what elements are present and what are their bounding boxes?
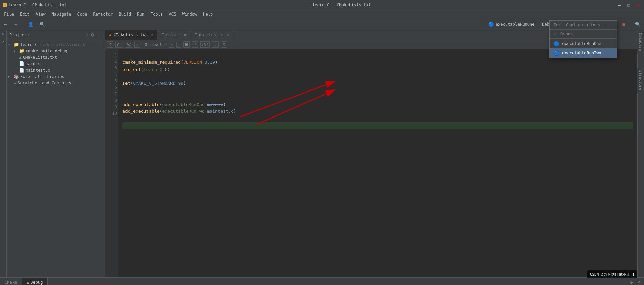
close-button[interactable]: ✕ [636, 2, 641, 8]
menu-bar: File Edit View Navigate Code Refactor Bu… [0, 10, 644, 18]
bottom-toolbar-right: ⚙ ✕ [629, 278, 644, 285]
tab-icon-cmakelists: ▲ [109, 32, 111, 37]
left-vertical-icons: P S [0, 30, 7, 277]
tree-arrow-cmake-build: ▶ [14, 49, 18, 53]
code-content[interactable]: cmake_minimum_required(VERSION 3.19) pro… [118, 49, 637, 277]
menu-refactor[interactable]: Refactor [90, 11, 115, 17]
tab-mainc[interactable]: C main.c ✕ [157, 30, 190, 40]
tree-arrow-extlibs: ▶ [8, 75, 12, 78]
maximize-button[interactable]: ❐ [626, 2, 631, 8]
tree-item-extlibs[interactable]: ▶ 📚 External Libraries [7, 73, 105, 80]
watermark: CSDN @力不到!!戒不止!! [587, 270, 637, 278]
search-filter-btn[interactable]: ▽ [221, 41, 227, 48]
menu-build[interactable]: Build [116, 11, 134, 17]
search-regex-btn[interactable]: .* [134, 42, 140, 48]
results-count: 0 results [145, 42, 167, 47]
dropdown-edit-configs[interactable]: Edit Configurations... [550, 21, 617, 30]
menu-edit[interactable]: Edit [17, 11, 32, 17]
app-icon: 🅲 [3, 3, 7, 7]
title-bar-right: — ❐ ✕ [617, 2, 641, 8]
sidebar-filter-button[interactable]: ⚙ [90, 32, 95, 38]
menu-tools[interactable]: Tools [148, 11, 165, 17]
tab-close-cmakelists[interactable]: ✕ [151, 33, 153, 36]
dropdown-item-executablerunone[interactable]: 🔵 executableRunOne [550, 39, 617, 48]
sidebar-collapse-button[interactable]: — [96, 32, 102, 38]
bottom-close-btn[interactable]: ✕ [636, 279, 641, 285]
tree-label-mainc: main.c [26, 61, 40, 66]
search-replace-all-btn[interactable]: ⇄⇄ [200, 41, 210, 48]
debug-checkmark: ✓ [554, 32, 558, 36]
search-word-btn[interactable]: W [125, 42, 132, 48]
sidebar-toolbar: ≡ ⚙ — [85, 32, 102, 38]
tree-icon-mainc: 📄 [19, 61, 24, 66]
debug-tab-label: Debug [30, 280, 43, 285]
nav-forward-button[interactable]: → [12, 20, 20, 28]
tree-item-cmake-build[interactable]: ▶ 📁 cmake-build-debug [7, 48, 105, 54]
project-icon[interactable]: P [0, 32, 6, 37]
minimize-button[interactable]: — [617, 2, 622, 8]
search-next-btn[interactable]: ↓ [176, 42, 182, 48]
project-button[interactable]: 👤 [26, 20, 36, 28]
search-multiline-btn[interactable]: ⊞ [183, 41, 190, 48]
toolbar: ← → 👤 🔍 🔵 executableRunOne | Debug ▾ ▶ 🐛… [0, 18, 644, 30]
search-button[interactable]: 🔍 [633, 20, 643, 28]
structure-icon[interactable]: S [0, 40, 6, 45]
run-config-dropdown[interactable]: Edit Configurations... ✓ Debug 🔵 executa… [549, 20, 617, 58]
exec-one-icon: 🔵 [554, 41, 559, 46]
tree-item-root[interactable]: ▾ 📁 learn C F:\C Project\learn C [7, 41, 105, 48]
tree-item-mainc[interactable]: 📄 main.c [7, 60, 105, 67]
line-1: cmake_minimum_required(VERSION 3.19) [122, 60, 218, 65]
database-tab[interactable]: Database [637, 30, 644, 54]
title-bar: 🅲 learn C – CMakeLists.txt learn_C – CMa… [0, 0, 644, 10]
tab-icon-maintestc: C [194, 33, 197, 37]
search-prev-btn[interactable]: ↑ [169, 42, 174, 48]
title-bar-left: 🅲 learn C – CMakeLists.txt [3, 3, 67, 7]
menu-navigate[interactable]: Navigate [49, 11, 74, 17]
tab-close-maintestc[interactable]: ✕ [227, 33, 229, 37]
search-settings-btn[interactable]: ⋮ [212, 41, 219, 48]
bottom-tab-cmake[interactable]: CMake [0, 278, 22, 285]
toolbar-sep-1 [23, 21, 23, 28]
run-config-icon: 🔵 [488, 22, 494, 27]
tab-maintestc[interactable]: C maintest.c ✕ [190, 30, 233, 40]
sidebar-sort-button[interactable]: ≡ [85, 32, 89, 38]
exec-one-label: executableRunOne [562, 41, 601, 46]
search-everywhere-button[interactable]: 🔍 [37, 20, 47, 28]
dropdown-item-executableruntwo[interactable]: 🔵 executableRunTwo [550, 48, 617, 58]
search-replace-btn[interactable]: ⇄ [192, 41, 198, 48]
tree-path-root: F:\C Project\learn C [40, 42, 85, 47]
menu-code[interactable]: Code [75, 11, 90, 17]
structure-tab[interactable]: Structure [637, 68, 644, 93]
title-sep: – [28, 3, 30, 7]
stop-button[interactable]: ■ [620, 20, 627, 28]
line-4: set(CMAKE_C_STANDARD 99) [122, 81, 186, 86]
nav-back-button[interactable]: ← [1, 20, 10, 28]
menu-file[interactable]: File [1, 11, 17, 17]
menu-help[interactable]: Help [200, 11, 215, 17]
bottom-settings-btn[interactable]: ⚙ [629, 279, 635, 285]
tree-item-maintestc[interactable]: 📄 maintest.c [7, 67, 105, 73]
code-editor[interactable]: 1 2 3 4 5 6 7 8 9 10 cmake_minimum_requi… [105, 49, 637, 277]
tab-icon-mainc: C [161, 33, 164, 37]
tree-item-scratches[interactable]: ✏ Scratches and Consoles [7, 80, 105, 86]
search-refresh-btn[interactable]: ↺ [107, 41, 113, 48]
tree-icon-root: 📁 [14, 42, 19, 47]
bottom-tab-debug[interactable]: ▲ Debug [22, 278, 48, 285]
menu-view[interactable]: View [33, 11, 48, 17]
menu-window[interactable]: Window [180, 11, 200, 17]
tree-item-cmakelists[interactable]: ▲ CMakeLists.txt [7, 54, 105, 60]
search-case-btn[interactable]: Cc [115, 42, 123, 48]
tree-label-cmakelists: CMakeLists.txt [23, 55, 57, 60]
line-7: add_executable(executableRunOne main.c) [122, 102, 226, 107]
tree-arrow-root: ▾ [8, 43, 12, 46]
line-8: add_executable(executableRunTwo maintest… [122, 109, 236, 114]
menu-run[interactable]: Run [134, 11, 147, 17]
bottom-tabs: CMake ▲ Debug ⚙ ✕ [0, 278, 644, 285]
tab-label-mainc: main.c [166, 33, 181, 37]
tab-close-mainc[interactable]: ✕ [184, 33, 186, 37]
editor-area: ▲ CMakeLists.txt ✕ C main.c ✕ C maintest… [105, 30, 637, 277]
tab-cmakelists[interactable]: ▲ CMakeLists.txt ✕ [105, 30, 157, 40]
sidebar-dropdown-arrow: ▾ [28, 33, 30, 37]
menu-vcs[interactable]: VCS [166, 11, 179, 17]
sidebar-header-title: Project ▾ [9, 33, 30, 37]
